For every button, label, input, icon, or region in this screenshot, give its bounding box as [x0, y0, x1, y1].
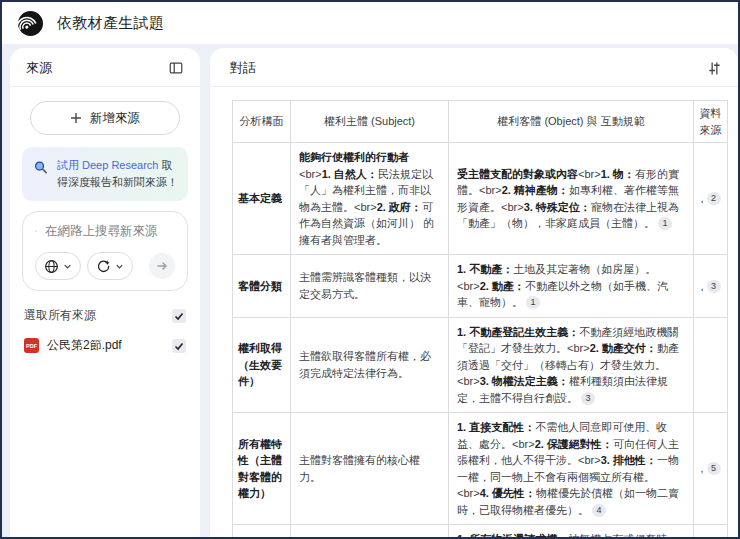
dock-left-icon — [168, 60, 184, 76]
table-row: 客體分類主體需辨識客體種類，以決定交易方式。1. 不動產：土地及其定著物（如房屋… — [233, 255, 728, 318]
source-cell — [694, 317, 728, 413]
source-list: PDF公民第2節.pdf — [10, 324, 200, 354]
table-row: 基本定義能夠行使權利的行動者<br>1. 自然人：民法規定以「人」為權利主體，而… — [233, 143, 728, 255]
chat-title: 對話 — [230, 59, 256, 77]
citation-chip[interactable]: 4 — [592, 504, 606, 517]
table-column-header: 資料來源 — [694, 101, 728, 143]
aspect-cell: 基本定義 — [233, 143, 291, 255]
source-cell: , 5 — [694, 413, 728, 525]
banner-text: 試用 Deep Research 取得深度報告和新聞來源！ — [57, 157, 178, 191]
object-cell: 1. 所有物返還請求權：被無權占有或侵奪時（如被偷），請求歸還。<br>2. 妨… — [449, 525, 694, 538]
citation-chip[interactable]: 1 — [658, 217, 672, 230]
subject-cell: 能夠行使權利的行動者<br>1. 自然人：民法規定以「人」為權利主體，而非以物為… — [291, 143, 449, 255]
object-cell: 受主體支配的對象或內容<br>1. 物：有形的實體。<br>2. 精神產物：如專… — [449, 143, 694, 255]
table-header-row: 分析構面權利主體 (Subject)權利客體 (Object) 與 互動規範資料… — [233, 101, 728, 143]
chat-panel: 對話 分析構面權利主體 (Subject)權利客體 (Object) 與 互動規… — [210, 48, 738, 537]
table-row: 權利救濟（當客體受侵犯時）當主體對客體的支配受阻時的法律保障。1. 所有物返還請… — [233, 525, 728, 538]
source-cell: , 2 — [694, 143, 728, 255]
chevron-down-icon — [115, 262, 124, 271]
citation-chip[interactable]: 2 — [707, 192, 721, 205]
notebooklm-logo-icon — [18, 11, 43, 36]
aspect-cell: 權利取得（生效要件） — [233, 317, 291, 413]
source-cell — [694, 525, 728, 538]
add-source-button[interactable]: 新增來源 — [30, 101, 180, 135]
subject-cell: 主體需辨識客體種類，以決定交易方式。 — [291, 255, 449, 318]
collapse-panel-button[interactable] — [166, 58, 186, 78]
aspect-cell: 客體分類 — [233, 255, 291, 318]
check-icon — [174, 341, 184, 351]
search-icon — [35, 224, 37, 238]
citation-chip[interactable]: 3 — [707, 280, 721, 293]
top-header: 依教材產生試題 — [2, 2, 738, 44]
source-checkbox[interactable] — [172, 339, 186, 353]
sources-panel: 來源 新增來源 試用 Deep Research 取得深度報告和新聞來源！ — [10, 48, 200, 537]
subject-cell: 主體對客體擁有的核心權力。 — [291, 413, 449, 525]
sources-header: 來源 — [10, 48, 200, 87]
select-all-row: 選取所有來源 — [24, 307, 186, 324]
object-cell: 1. 不動產登記生效主義：不動產須經地政機關「登記」才發生效力。<br>2. 動… — [449, 317, 694, 413]
chat-settings-button[interactable] — [704, 58, 724, 78]
source-item[interactable]: PDF公民第2節.pdf — [24, 337, 186, 354]
aspect-cell: 權利救濟（當客體受侵犯時） — [233, 525, 291, 538]
source-name: 公民第2節.pdf — [47, 337, 164, 354]
source-cell: , 3 — [694, 255, 728, 318]
web-search-card — [22, 211, 188, 291]
check-icon — [174, 311, 184, 321]
analysis-table: 分析構面權利主體 (Subject)權利客體 (Object) 與 互動規範資料… — [232, 100, 728, 537]
pdf-file-icon: PDF — [24, 338, 39, 353]
arrow-right-icon — [156, 260, 168, 272]
table-column-header: 權利客體 (Object) 與 互動規範 — [449, 101, 694, 143]
citation-chip[interactable]: 3 — [581, 392, 595, 405]
object-cell: 1. 不動產：土地及其定著物（如房屋）。<br>2. 動產：不動產以外之物（如手… — [449, 255, 694, 318]
add-source-label: 新增來源 — [90, 110, 140, 127]
plus-icon — [70, 112, 82, 124]
table-column-header: 分析構面 — [233, 101, 291, 143]
web-filter-dropdown[interactable] — [35, 252, 81, 280]
chat-header: 對話 — [210, 48, 738, 87]
submit-search-button[interactable] — [149, 253, 175, 279]
aspect-cell: 所有權特性（主體對客體的權力） — [233, 413, 291, 525]
page-title: 依教材產生試題 — [57, 14, 164, 33]
subject-cell: 主體欲取得客體所有權，必須完成特定法律行為。 — [291, 317, 449, 413]
table-row: 權利取得（生效要件）主體欲取得客體所有權，必須完成特定法律行為。1. 不動產登記… — [233, 317, 728, 413]
table-row: 所有權特性（主體對客體的權力）主體對客體擁有的核心權力。1. 直接支配性：不需他… — [233, 413, 728, 525]
discover-sources-icon — [96, 259, 111, 274]
table-column-header: 權利主體 (Subject) — [291, 101, 449, 143]
app-window: 依教材產生試題 來源 新增來源 試用 Deep Research 取得深度報告和… — [0, 0, 740, 539]
search-input[interactable] — [45, 224, 175, 238]
banner-link[interactable]: 試用 Deep Research — [57, 159, 159, 171]
chevron-down-icon — [63, 262, 72, 271]
discover-filter-dropdown[interactable] — [87, 252, 133, 280]
globe-icon — [44, 259, 59, 274]
tune-icon — [707, 61, 722, 76]
deep-research-banner[interactable]: 試用 Deep Research 取得深度報告和新聞來源！ — [22, 147, 188, 201]
select-all-label: 選取所有來源 — [24, 307, 96, 324]
citation-chip[interactable]: 1 — [526, 296, 540, 309]
citation-chip[interactable]: 5 — [707, 462, 721, 475]
main-area: 來源 新增來源 試用 Deep Research 取得深度報告和新聞來源！ — [2, 44, 738, 537]
object-cell: 1. 直接支配性：不需他人同意即可使用、收益、處分。<br>2. 保護絕對性：可… — [449, 413, 694, 525]
chat-body: 分析構面權利主體 (Subject)權利客體 (Object) 與 互動規範資料… — [210, 87, 738, 537]
subject-cell: 當主體對客體的支配受阻時的法律保障。 — [291, 525, 449, 538]
magnifier-sparkle-icon — [32, 159, 49, 176]
sources-title: 來源 — [26, 59, 52, 77]
select-all-checkbox[interactable] — [172, 309, 186, 323]
